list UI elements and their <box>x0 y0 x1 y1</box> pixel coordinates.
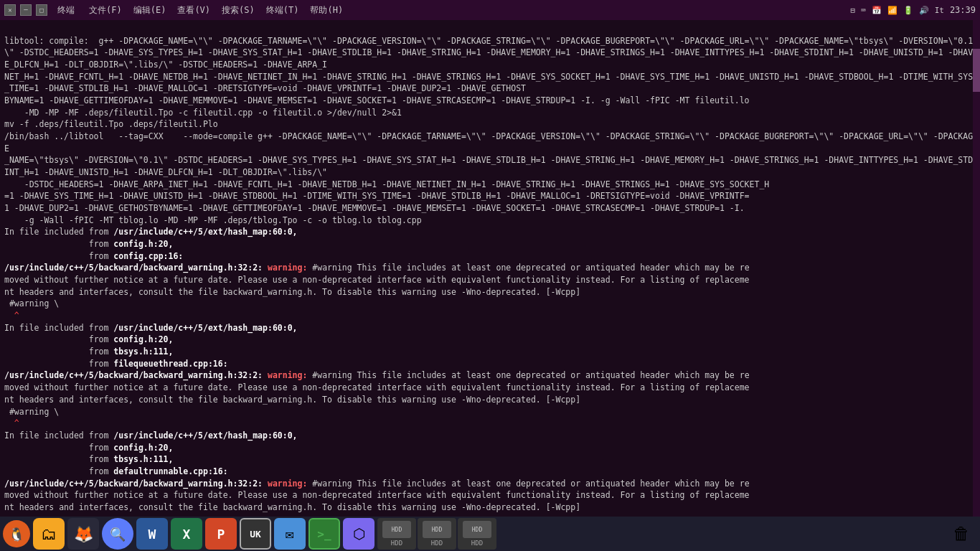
taskbar-firefox-icon[interactable]: 🦊 <box>67 518 99 550</box>
scrollbar-thumb[interactable] <box>973 49 980 92</box>
terminal-output: libtool: compile: g++ -DPACKAGE_NAME=\"\… <box>4 23 976 517</box>
taskbar-terminal-icon[interactable]: >_ <box>308 518 340 550</box>
network-icon: ⊟ <box>850 6 855 15</box>
taskbar: 🐧 🗂 🦊 🔍 W X P UK ✉ >_ ⬡ HDD HDD <box>0 517 980 551</box>
taskbar-files-icon[interactable]: 🗂 <box>33 518 65 550</box>
taskbar-word-icon[interactable]: W <box>136 518 168 550</box>
app-label: 终端 <box>57 4 75 17</box>
titlebar: ✕ ─ □ 终端 文件(F) 编辑(E) 查看(V) 搜索(S) 终端(T) 帮… <box>0 0 980 20</box>
keyboard-icon: ⌨ <box>861 6 866 15</box>
volume-icon: 🔊 <box>919 6 929 15</box>
menu-edit[interactable]: 编辑(E) <box>133 4 166 17</box>
close-button[interactable]: ✕ <box>4 4 16 16</box>
menu-help[interactable]: 帮助(H) <box>310 4 343 17</box>
clock: 23:39 <box>950 5 976 15</box>
taskbar-trash-icon[interactable]: 🗑 <box>946 518 977 550</box>
maximize-button[interactable]: □ <box>36 4 47 16</box>
taskbar-uk-icon[interactable]: UK <box>240 518 271 550</box>
lang-indicator: It <box>935 6 944 15</box>
taskbar-launcher-icon[interactable]: ⬡ <box>343 518 374 550</box>
taskbar-search-icon[interactable]: 🔍 <box>102 518 133 550</box>
taskbar-hdd1-icon[interactable]: HDD HDD <box>377 518 416 550</box>
taskbar-hdd3-icon[interactable]: HDD HDD <box>458 518 496 550</box>
menu-view[interactable]: 查看(V) <box>177 4 210 17</box>
taskbar-ppt-icon[interactable]: P <box>205 518 237 550</box>
scrollbar[interactable] <box>973 20 980 517</box>
menu-file[interactable]: 文件(F) <box>89 4 122 17</box>
terminal-area[interactable]: libtool: compile: g++ -DPACKAGE_NAME=\"\… <box>0 20 980 517</box>
calendar-icon: 📅 <box>872 6 882 15</box>
menu-search[interactable]: 搜索(S) <box>222 4 255 17</box>
taskbar-ubuntu-icon[interactable]: 🐧 <box>3 520 30 547</box>
minimize-button[interactable]: ─ <box>20 4 32 16</box>
wifi-icon: 📶 <box>887 6 897 15</box>
battery-icon: 🔋 <box>903 6 913 15</box>
taskbar-hdd-group: HDD HDD HDD HDD HDD HDD <box>377 518 496 550</box>
taskbar-email-icon[interactable]: ✉ <box>274 518 306 550</box>
taskbar-excel-icon[interactable]: X <box>171 518 202 550</box>
taskbar-hdd2-icon[interactable]: HDD HDD <box>418 518 456 550</box>
menu-terminal[interactable]: 终端(T) <box>266 4 299 17</box>
